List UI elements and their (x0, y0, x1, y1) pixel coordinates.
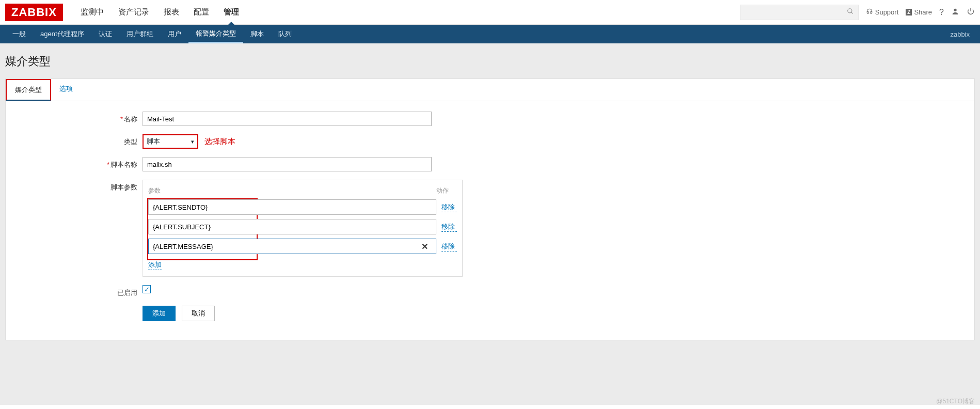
type-select[interactable]: 脚本 ▾ (143, 134, 198, 149)
label-name: 名称 (124, 115, 137, 123)
sub-nav-scripts[interactable]: 脚本 (243, 25, 271, 43)
enabled-checkbox[interactable]: ✓ (143, 285, 151, 293)
share-label: Share (914, 8, 932, 16)
sub-nav-proxies[interactable]: agent代理程序 (33, 25, 91, 43)
remove-param-1[interactable]: 移除 (441, 222, 457, 232)
main-nav-configuration[interactable]: 配置 (186, 0, 216, 24)
remove-param-0[interactable]: 移除 (441, 202, 457, 212)
tab-options[interactable]: 选项 (51, 79, 81, 101)
form-panel: 媒介类型 选项 *名称 类型 脚本 ▾ 选择脚本 (5, 78, 975, 340)
label-type: 类型 (124, 138, 137, 146)
tab-mediatype[interactable]: 媒介类型 (6, 79, 51, 101)
user-icon[interactable] (951, 7, 959, 18)
sub-nav-usergroups[interactable]: 用户群组 (119, 25, 161, 43)
type-annotation: 选择脚本 (204, 137, 235, 147)
params-table: 参数 动作 移除 移除 (143, 180, 463, 277)
main-nav-reports[interactable]: 报表 (156, 0, 186, 24)
svg-line-1 (851, 12, 852, 14)
share-z-icon: Z (906, 9, 912, 15)
main-nav-inventory[interactable]: 资产记录 (111, 0, 156, 24)
share-link[interactable]: Z Share (906, 8, 932, 16)
param-input-1[interactable] (148, 219, 436, 234)
cancel-button[interactable]: 取消 (182, 306, 215, 321)
sub-nav-queue[interactable]: 队列 (271, 25, 299, 43)
sub-nav-user[interactable]: zabbix (950, 30, 975, 38)
sub-nav-users[interactable]: 用户 (161, 25, 188, 43)
label-enabled: 已启用 (117, 289, 137, 296)
remove-param-2[interactable]: 移除 (441, 242, 457, 251)
support-link[interactable]: Support (866, 8, 899, 17)
sub-nav-auth[interactable]: 认证 (91, 25, 119, 43)
search-icon[interactable] (847, 8, 854, 17)
watermark: @51CTO博客 (936, 397, 975, 405)
sub-nav-mediatypes[interactable]: 報警媒介类型 (188, 25, 243, 43)
main-nav: 监测中 资产记录 报表 配置 管理 (73, 0, 246, 24)
params-header-action: 动作 (436, 186, 457, 195)
param-row: 移除 (148, 199, 457, 215)
chevron-down-icon: ▾ (191, 138, 194, 145)
clear-icon[interactable]: ✕ (421, 242, 428, 251)
brand-logo[interactable]: ZABBIX (5, 4, 63, 21)
sub-nav-general[interactable]: 一般 (5, 25, 33, 43)
svg-point-0 (847, 9, 851, 13)
add-param-link[interactable]: 添加 (148, 260, 162, 270)
param-row: ✕ 移除 (148, 239, 457, 254)
submit-button[interactable]: 添加 (143, 306, 176, 321)
support-label: Support (875, 8, 899, 16)
help-icon[interactable]: ? (939, 8, 944, 17)
label-params: 脚本参数 (110, 183, 137, 191)
main-nav-administration[interactable]: 管理 (216, 0, 246, 24)
type-value: 脚本 (147, 137, 160, 146)
headset-icon (866, 8, 873, 17)
name-input[interactable] (143, 112, 432, 126)
search-input[interactable] (740, 5, 859, 20)
label-scriptname: 脚本名称 (110, 161, 137, 168)
svg-point-2 (954, 8, 956, 11)
param-row: 移除 (148, 219, 457, 234)
params-header-param: 参数 (148, 186, 436, 195)
sub-nav: 一般 agent代理程序 认证 用户群组 用户 報警媒介类型 脚本 队列 zab… (0, 25, 980, 43)
main-nav-monitoring[interactable]: 监测中 (73, 0, 111, 24)
page-title: 媒介类型 (5, 49, 975, 78)
scriptname-input[interactable] (143, 157, 432, 171)
power-icon[interactable] (967, 7, 975, 18)
param-input-0[interactable] (148, 199, 436, 215)
param-input-2[interactable] (148, 239, 436, 254)
